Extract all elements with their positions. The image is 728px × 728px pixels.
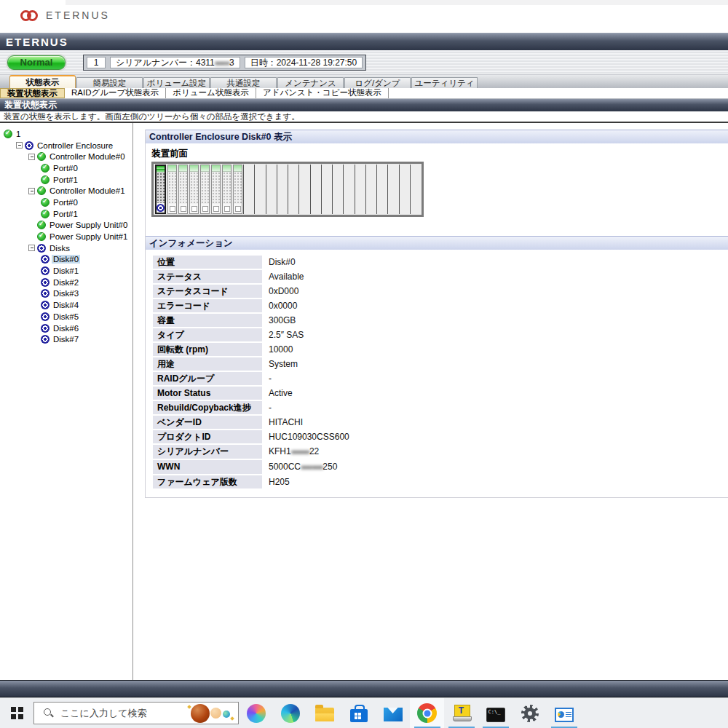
tree-item-Controller Module#1[interactable]: Controller Module#1: [0, 185, 132, 197]
taskbar-chrome[interactable]: [410, 698, 444, 728]
tree-item-Disk#7[interactable]: Disk#7: [0, 333, 132, 345]
mail-icon: [384, 708, 403, 721]
search-highlights-image[interactable]: [186, 703, 238, 724]
tree-item-Disk#1[interactable]: Disk#1: [0, 265, 132, 277]
tree-item-label: Disk#3: [52, 289, 80, 298]
disk-slot-2[interactable]: [178, 165, 188, 214]
settings-icon: [521, 705, 539, 722]
edge-icon: [281, 704, 300, 723]
tab-メンテナンス[interactable]: メンテナンス: [277, 77, 344, 88]
subtab-装置状態表示[interactable]: 装置状態表示: [0, 88, 65, 98]
taskbar-search[interactable]: [33, 702, 239, 724]
green-check-icon: [37, 221, 46, 229]
tab-ログ/ダンプ[interactable]: ログ/ダンプ: [344, 77, 411, 88]
disk-latch: [191, 206, 197, 212]
start-button[interactable]: [0, 698, 33, 728]
tab-ユーティリティ[interactable]: ユーティリティ: [411, 77, 478, 88]
taskbar-teraterm[interactable]: T: [444, 698, 478, 728]
tree-item-Port#0[interactable]: Port#0: [0, 162, 132, 174]
disk-slot-4[interactable]: [200, 165, 210, 214]
tree-item-Disks[interactable]: Disks: [0, 242, 132, 254]
tree-item-Port#1[interactable]: Port#1: [0, 208, 132, 220]
taskbar-microsoft-store[interactable]: [341, 698, 376, 728]
info-value: Available: [262, 270, 728, 283]
search-input[interactable]: [60, 708, 170, 719]
subtab-RAIDグループ状態表示[interactable]: RAIDグループ状態表示: [65, 88, 166, 98]
empty-slot-17: [343, 165, 354, 214]
tab-簡易設定[interactable]: 簡易設定: [76, 77, 143, 88]
disk-slot-0[interactable]: [155, 165, 166, 214]
taskbar-copilot[interactable]: [239, 698, 273, 728]
disk-slot-5[interactable]: [211, 165, 221, 214]
expand-minus-icon[interactable]: [28, 245, 35, 251]
info-label: ベンダーID: [153, 416, 262, 429]
info-label: RAIDグループ: [153, 372, 262, 385]
info-label: シリアルナンバー: [153, 445, 262, 459]
taskbar-doc-viewer[interactable]: [547, 698, 581, 728]
section-title: 装置状態表示: [0, 99, 728, 111]
tree-item-Disk#5[interactable]: Disk#5: [0, 311, 132, 323]
subtab-ボリューム状態表示[interactable]: ボリューム状態表示: [166, 88, 256, 98]
subtab-アドバンスト・コピー状態表示[interactable]: アドバンスト・コピー状態表示: [256, 88, 389, 98]
status-normal-button[interactable]: Normal: [7, 55, 66, 70]
tree-item-Disk#6[interactable]: Disk#6: [0, 323, 132, 334]
blue-dot-icon: [41, 266, 50, 275]
blue-dot-icon: [41, 289, 50, 298]
disk-slot-6[interactable]: [222, 165, 232, 214]
info-label: Rebuild/Copyback進捗: [153, 401, 262, 414]
tree-item-Disk#3[interactable]: Disk#3: [0, 288, 132, 300]
tree-item-Controller Enclosure[interactable]: Controller Enclosure: [0, 140, 132, 151]
disk-slot-body: [223, 172, 231, 204]
taskbar-mail[interactable]: [376, 698, 410, 728]
windows-taskbar: TC:\_: [0, 697, 728, 728]
infinity-icon: [27, 10, 38, 21]
tree-item-Controller Module#0[interactable]: Controller Module#0: [0, 151, 132, 162]
empty-slot-13: [298, 165, 309, 214]
tab-共通設定[interactable]: 共通設定: [210, 77, 277, 88]
tree-item-Disk#4[interactable]: Disk#4: [0, 299, 132, 311]
tree-item-Power Supply Unit#1[interactable]: Power Supply Unit#1: [0, 231, 132, 242]
serial-suffix: 3: [229, 58, 234, 68]
info-row: ステータスAvailable: [153, 270, 728, 283]
taskbar-settings[interactable]: [513, 698, 547, 728]
brand-bar: ETERNUS: [0, 33, 728, 50]
expand-minus-icon[interactable]: [28, 188, 35, 194]
tab-状態表示[interactable]: 状態表示: [9, 75, 76, 88]
taskbar-edge[interactable]: [273, 698, 307, 728]
value-redacted: ●●●●●: [291, 448, 309, 456]
sparkle-icon: [230, 716, 234, 721]
green-check-icon: [37, 186, 46, 195]
info-label: WWN: [153, 460, 262, 474]
taskbar-file-explorer[interactable]: [307, 698, 341, 728]
disk-slot-7[interactable]: [233, 165, 242, 214]
info-label: タイプ: [153, 328, 262, 341]
tree-item-Power Supply Unit#0[interactable]: Power Supply Unit#0: [0, 220, 132, 232]
tab-ボリューム設定[interactable]: ボリューム設定: [143, 77, 210, 88]
tree-item-Port#1[interactable]: Port#1: [0, 174, 132, 186]
empty-slot-23: [410, 165, 421, 214]
blue-dot-icon: [41, 255, 50, 264]
tree-item-Disk#0[interactable]: Disk#0: [0, 254, 132, 266]
disk-latch: [235, 206, 241, 212]
disk-slot-foot: [212, 204, 220, 213]
taskbar-cmd-terminal[interactable]: C:\_: [478, 698, 513, 728]
blue-dot-icon: [41, 278, 50, 287]
info-row: タイプ2.5″ SAS: [153, 328, 728, 341]
disk-latch: [202, 206, 208, 212]
disk-slot-1[interactable]: [167, 165, 177, 214]
expand-minus-icon[interactable]: [28, 154, 35, 160]
status-row: Normal 1 シリアルナンバー：4311●●●●3 日時：2024-11-2…: [0, 50, 728, 75]
info-value: 0xD000: [262, 285, 728, 298]
tree-item-Disk#2[interactable]: Disk#2: [0, 277, 132, 288]
disk-slot-cap: [157, 166, 165, 173]
disk-slot-3[interactable]: [189, 165, 199, 214]
info-label: エラーコード: [153, 299, 262, 312]
tree-item-1[interactable]: 1: [0, 128, 132, 140]
tree-item-Port#0[interactable]: Port#0: [0, 197, 132, 208]
disk-slot-foot: [201, 204, 209, 213]
tree-item-label: Disks: [48, 244, 71, 253]
green-check-icon: [37, 152, 46, 161]
panel-title: Controller Enclosure Disk#0 表示: [146, 130, 728, 143]
green-check-icon: [4, 130, 12, 138]
expand-minus-icon[interactable]: [16, 142, 23, 149]
